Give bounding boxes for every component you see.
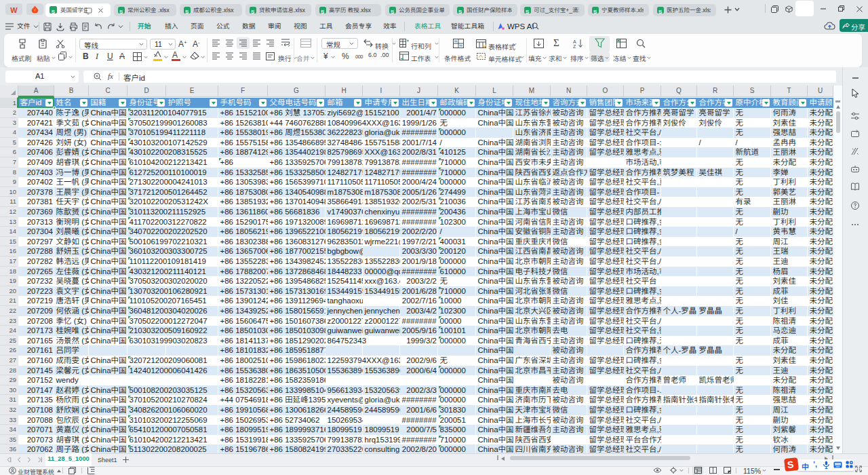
svg-text:Z: Z — [573, 44, 576, 48]
svg-text:S: S — [787, 459, 794, 470]
svg-text:A: A — [573, 39, 576, 44]
